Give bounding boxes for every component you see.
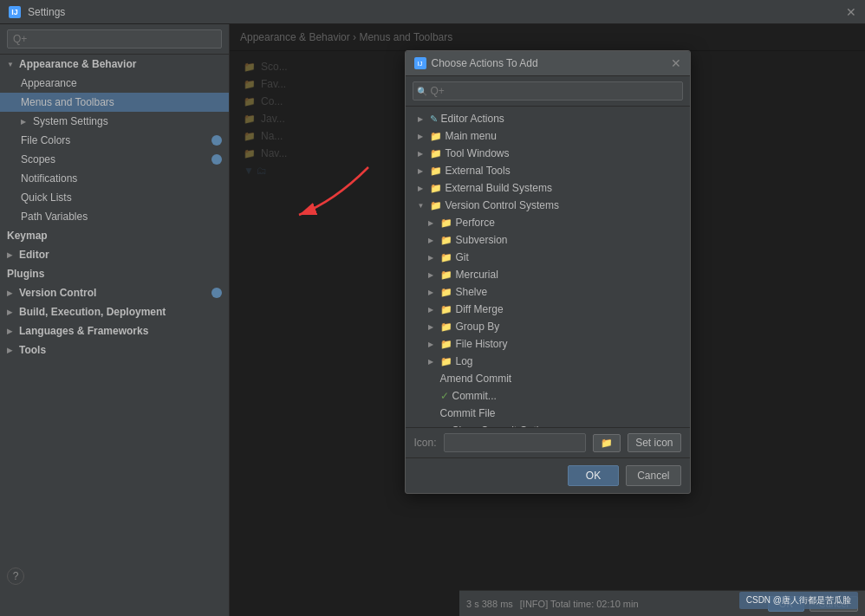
badge-icon — [211, 154, 222, 165]
modal-title-text: Choose Actions To Add — [432, 57, 538, 69]
modal-item-mercurial[interactable]: ▶ 📁 Mercurial — [406, 266, 690, 283]
modal-title-left: IJ Choose Actions To Add — [414, 57, 538, 69]
arrow-icon: ▶ — [7, 347, 16, 354]
set-icon-button[interactable]: Set icon — [628, 433, 680, 452]
modal-cancel-button[interactable]: Cancel — [626, 465, 680, 486]
sidebar-item-version-control[interactable]: ▶ Version Control — [0, 283, 229, 302]
modal-item-perforce[interactable]: ▶ 📁 Perforce — [406, 214, 690, 231]
modal-ok-button[interactable]: OK — [568, 465, 619, 486]
expand-arrow-icon: ▶ — [418, 133, 426, 140]
modal-item-log[interactable]: ▶ 📁 Log — [406, 353, 690, 370]
sidebar-item-file-colors[interactable]: File Colors — [0, 131, 229, 150]
modal-search-input[interactable] — [413, 81, 683, 101]
sidebar-item-label: Build, Execution, Deployment — [19, 306, 166, 318]
sidebar-item-build-execution[interactable]: ▶ Build, Execution, Deployment — [0, 302, 229, 321]
folder-icon: 📁 — [440, 235, 452, 246]
folder-icon: 📁 — [440, 356, 452, 367]
badge-icon — [211, 288, 222, 298]
expand-arrow-icon: ▶ — [428, 306, 437, 314]
modal-item-commit-file[interactable]: ▶ Commit File — [406, 405, 690, 422]
expand-arrow-icon: ▶ — [428, 340, 437, 348]
item-label: Log — [456, 355, 473, 367]
sidebar-item-quick-lists[interactable]: Quick Lists — [0, 188, 229, 207]
modal-item-tool-windows[interactable]: ▶ 📁 Tool Windows — [406, 145, 690, 162]
modal-item-file-history[interactable]: ▶ 📁 File History — [406, 335, 690, 353]
sidebar-item-system-settings[interactable]: ▶ System Settings — [0, 112, 229, 131]
sidebar-item-appearance[interactable]: Appearance — [0, 74, 229, 93]
folder-icon: 📁 — [440, 252, 452, 263]
arrow-icon: ▶ — [7, 251, 16, 259]
item-label: Perforce — [456, 217, 495, 229]
item-label: Editor Actions — [441, 113, 504, 125]
title-bar: IJ Settings ✕ — [0, 0, 865, 24]
icon-browse-button[interactable]: 📁 — [593, 434, 621, 452]
item-label: External Tools — [446, 165, 511, 177]
sidebar-item-label: Plugins — [7, 268, 44, 280]
modal-item-git[interactable]: ▶ 📁 Git — [406, 249, 690, 266]
item-label: Amend Commit — [440, 373, 512, 385]
sidebar-item-tools[interactable]: ▶ Tools — [0, 340, 229, 360]
watermark: CSDN @唐人街都是苦瓜脸 — [739, 592, 858, 609]
window-close-button[interactable]: ✕ — [846, 5, 856, 19]
help-button[interactable]: ? — [7, 567, 24, 585]
modal-item-group-by[interactable]: ▶ 📁 Group By — [406, 318, 690, 335]
sidebar-search-input[interactable] — [7, 29, 222, 49]
modal-item-subversion[interactable]: ▶ 📁 Subversion — [406, 231, 690, 249]
modal-item-editor-actions[interactable]: ▶ ✎ Editor Actions — [406, 110, 690, 127]
sidebar-item-label: System Settings — [33, 115, 108, 127]
icon-section: Icon: 📁 Set icon — [406, 427, 690, 457]
sidebar-search-wrapper — [0, 24, 229, 55]
item-label: Version Control Systems — [446, 199, 559, 211]
sidebar-item-label: Languages & Frameworks — [19, 325, 148, 337]
icon-path-input[interactable] — [444, 433, 587, 452]
modal-item-main-menu[interactable]: ▶ 📁 Main menu — [406, 127, 690, 145]
modal-item-external-tools[interactable]: ▶ 📁 External Tools — [406, 162, 690, 179]
sidebar-item-appearance-behavior[interactable]: ▼ Appearance & Behavior — [0, 55, 229, 74]
expand-arrow-icon: ▶ — [418, 167, 426, 175]
modal-item-diff-merge[interactable]: ▶ 📁 Diff Merge — [406, 301, 690, 318]
sidebar-item-menus-toolbars[interactable]: Menus and Toolbars — [0, 93, 229, 112]
expand-arrow-icon: ▶ — [428, 358, 437, 366]
window-title: Settings — [28, 6, 65, 18]
modal-item-external-build-systems[interactable]: ▶ 📁 External Build Systems — [406, 179, 690, 197]
sidebar-item-path-variables[interactable]: Path Variables — [0, 207, 229, 226]
expand-arrow-icon: ▶ — [428, 237, 437, 244]
sidebar-item-label: Scopes — [21, 153, 55, 165]
expand-arrow-icon: ▶ — [428, 254, 437, 262]
item-label: Git — [456, 251, 469, 263]
content-area: Appearance & Behavior › Menus and Toolba… — [230, 24, 865, 616]
sidebar-item-label: Notifications — [21, 172, 77, 185]
sidebar-item-notifications[interactable]: Notifications — [0, 169, 229, 188]
modal-close-button[interactable]: ✕ — [671, 56, 681, 70]
arrow-icon: ▶ — [7, 289, 16, 297]
folder-icon: 📁 — [430, 131, 442, 142]
sidebar-item-editor[interactable]: ▶ Editor — [0, 245, 229, 264]
folder-icon: 📁 — [440, 287, 452, 298]
modal-actions-list: ▶ ✎ Editor Actions ▶ 📁 Main menu ▶ 📁 — [406, 107, 690, 427]
modal-item-commit[interactable]: ▶ ✓ Commit... — [406, 387, 690, 405]
item-label: Commit File — [440, 407, 496, 419]
expand-arrow-icon: ▶ — [418, 150, 426, 158]
modal-item-vcs[interactable]: ▼ 📁 Version Control Systems — [406, 197, 690, 214]
arrow-icon: ▶ — [21, 118, 29, 126]
sidebar-item-plugins[interactable]: Plugins — [0, 264, 229, 283]
folder-icon: 📁 — [440, 304, 452, 315]
arrow-icon: ▼ — [7, 61, 16, 68]
editor-icon: ✎ — [430, 113, 438, 125]
sidebar-item-label: File Colors — [21, 134, 70, 146]
sidebar-item-label: Version Control — [19, 287, 96, 299]
folder-icon: 📁 — [430, 200, 442, 211]
sidebar-item-label: Keymap — [7, 230, 48, 242]
folder-icon: 📁 — [430, 183, 442, 194]
sidebar-item-scopes[interactable]: Scopes — [0, 150, 229, 169]
item-label: Main menu — [446, 130, 497, 142]
item-label: Subversion — [456, 234, 508, 246]
modal-overlay: IJ Choose Actions To Add ✕ 🔍 — [230, 24, 865, 616]
sidebar-item-label: Editor — [19, 249, 49, 261]
modal-item-amend-commit[interactable]: ▶ Amend Commit — [406, 370, 690, 387]
sidebar-item-languages-frameworks[interactable]: ▶ Languages & Frameworks — [0, 321, 229, 340]
status-time: 3 s 388 ms — [466, 599, 513, 609]
modal-item-shelve[interactable]: ▶ 📁 Shelve — [406, 283, 690, 301]
sidebar-item-keymap[interactable]: Keymap — [0, 226, 229, 245]
expand-arrow-icon: ▶ — [418, 185, 426, 192]
